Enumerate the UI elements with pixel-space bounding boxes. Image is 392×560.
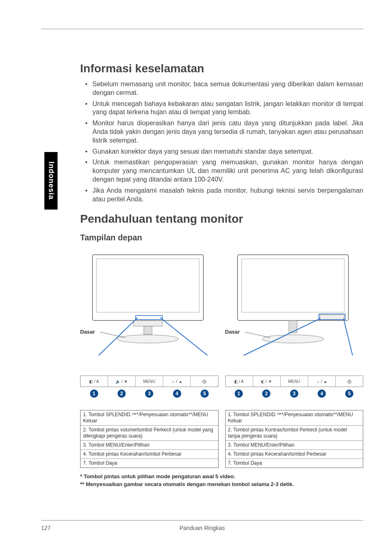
svg-point-4	[117, 335, 179, 343]
list-item: •Monitor harus dioperasikan hanya dari j…	[80, 119, 363, 145]
legend-row: 2. Tombol pintas volume/tombol Perkecil …	[81, 426, 218, 441]
legend-row: 1. Tombol SPLENDID.™*/Penyesuaian otomat…	[81, 410, 218, 426]
list-item: •Jika Anda mengalami masalah teknis pada…	[80, 187, 363, 204]
legend-row: 3. Tombol MENU/Enter/Pilihan	[226, 441, 363, 450]
diagrams-row: Dasar ◧	[80, 251, 363, 468]
svg-rect-12	[289, 320, 297, 333]
monitor-figure: Dasar	[80, 251, 219, 374]
footnotes: * Tombol pintas untuk pilihan mode penga…	[80, 473, 363, 488]
number-badge: 4	[318, 389, 326, 398]
list-text: Jika Anda mengalami masalah teknis pada …	[92, 187, 363, 204]
list-text: Monitor harus dioperasikan hanya dari je…	[92, 119, 363, 145]
button-icon-splendid: ◧ / A	[226, 376, 253, 387]
legend-box-left: 1. Tombol SPLENDID.™*/Penyesuaian otomat…	[80, 410, 219, 468]
legend-box-right: 1. Tombol SPLENDID.™*/Penyesuaian otomat…	[225, 410, 364, 468]
bullet-icon: •	[80, 158, 92, 184]
svg-rect-2	[134, 320, 162, 326]
list-text: Gunakan konektor daya yang sesuai dan me…	[92, 147, 313, 156]
heading-safety: Informasi keselamatan	[80, 62, 363, 75]
legend-row: 4. Tombol pintas Kecerahan/tombol Perbes…	[81, 450, 218, 459]
list-text: Untuk mencegah bahaya kebakaran atau sen…	[92, 100, 363, 117]
list-item: •Gunakan konektor daya yang sesuai dan m…	[80, 147, 363, 156]
svg-rect-11	[320, 315, 344, 320]
bullet-icon: •	[80, 100, 92, 117]
bullet-icon: •	[80, 147, 92, 156]
base-label: Dasar	[225, 329, 240, 335]
number-badge: 1	[235, 389, 243, 398]
button-icon-volume-down: 🔈 / ▼	[108, 376, 136, 387]
monitor-illustration	[80, 251, 216, 366]
number-badge: 3	[145, 389, 153, 398]
number-badge: 1	[90, 389, 98, 398]
button-icon-contrast-down: ◐ / ▼	[253, 376, 281, 387]
heading-intro: Pendahuluan tentang monitor	[80, 212, 363, 226]
page-footer: 127 Panduan Ringkas	[41, 520, 363, 531]
list-text: Sebelum memasang unit monitor, baca semu…	[92, 80, 363, 97]
svg-line-14	[245, 332, 270, 338]
number-badge: 4	[173, 389, 181, 398]
number-row: 1 2 3 4 5	[80, 389, 219, 398]
bullet-icon: •	[80, 187, 92, 204]
bullet-icon: •	[80, 80, 92, 97]
button-icon-menu: MENU	[281, 376, 308, 387]
base-label: Dasar	[80, 329, 95, 335]
number-badge: 2	[262, 389, 270, 398]
svg-rect-1	[97, 259, 199, 312]
svg-rect-3	[144, 326, 152, 334]
footnote-line: ** Menyesuaikan gambar secara otomatis d…	[80, 481, 363, 488]
legend-row: 2. Tombol pintas Kontras/tombol Perkecil…	[226, 426, 363, 441]
content-area: Informasi keselamatan •Sebelum memasang …	[80, 29, 363, 488]
bullet-icon: •	[80, 119, 92, 145]
button-strip: ◧ / A ◐ / ▼ MENU ☼ / ▲ ⏻	[225, 376, 364, 387]
number-badge: 5	[201, 389, 209, 398]
legend-row: 7. Tombol Daya	[81, 459, 218, 468]
svg-rect-10	[242, 259, 344, 312]
list-text: Untuk memastikan pengoperasian yang memu…	[92, 158, 363, 184]
number-badge: 5	[345, 389, 353, 398]
legend-row: 1. Tombol SPLENDID.™*/Penyesuaian otomat…	[226, 410, 363, 426]
button-icon-power: ⏻	[336, 376, 363, 387]
number-badge: 2	[118, 389, 126, 398]
monitor-figure: Dasar	[225, 251, 364, 374]
list-item: •Untuk memastikan pengoperasian yang mem…	[80, 158, 363, 184]
list-item: •Sebelum memasang unit monitor, baca sem…	[80, 80, 363, 97]
button-icon-power: ⏻	[191, 376, 218, 387]
button-icon-splendid: ◧ / A	[81, 376, 108, 387]
legend-row: 4. Tombol pintas Kecerahan/tombol Perbes…	[226, 450, 363, 459]
button-icon-brightness-up: ☼ / ▲	[308, 376, 336, 387]
diagram-right: Dasar ◧ / A ◐ / ▼	[225, 251, 364, 468]
button-icon-menu: MENU	[136, 376, 163, 387]
page-frame: Informasi keselamatan •Sebelum memasang …	[41, 29, 363, 531]
safety-list: •Sebelum memasang unit monitor, baca sem…	[80, 80, 363, 203]
number-row: 1 2 3 4 5	[225, 389, 364, 398]
svg-line-16	[344, 318, 353, 355]
list-item: •Untuk mencegah bahaya kebakaran atau se…	[80, 100, 363, 117]
legend-row: 7. Tombol Daya	[226, 459, 363, 468]
monitor-illustration	[225, 251, 361, 366]
button-icon-brightness-up: ☼ / ▲	[163, 376, 191, 387]
number-badge: 3	[290, 389, 298, 398]
legend-row: 3. Tombol MENU/Enter/Pilihan	[81, 441, 218, 450]
footer-title: Panduan Ringkas	[41, 525, 363, 531]
button-strip: ◧ / A 🔈 / ▼ MENU ☼ / ▲ ⏻	[80, 376, 219, 387]
footnote-line: * Tombol pintas untuk pilihan mode penga…	[80, 473, 363, 480]
subheading-front: Tampilan depan	[80, 233, 363, 242]
diagram-left: Dasar ◧	[80, 251, 219, 468]
